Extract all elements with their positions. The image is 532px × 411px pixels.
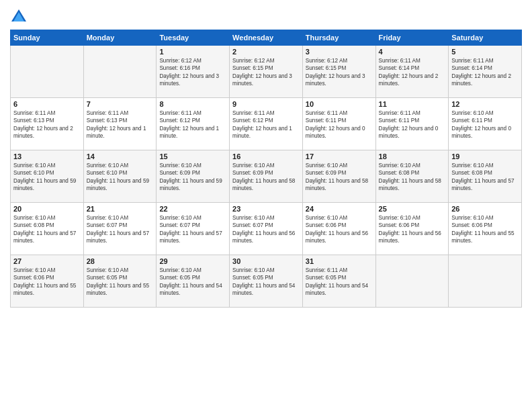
calendar-cell: 28Sunrise: 6:10 AMSunset: 6:05 PMDayligh…	[83, 255, 157, 308]
week-row-1: 1Sunrise: 6:12 AMSunset: 6:16 PMDaylight…	[11, 46, 522, 98]
day-number: 23	[232, 205, 300, 213]
calendar-cell: 20Sunrise: 6:10 AMSunset: 6:08 PMDayligh…	[11, 203, 84, 255]
header-wednesday: Wednesday	[230, 30, 303, 46]
calendar-cell: 9Sunrise: 6:11 AMSunset: 6:12 PMDaylight…	[230, 98, 303, 150]
calendar-cell: 27Sunrise: 6:10 AMSunset: 6:06 PMDayligh…	[11, 255, 84, 308]
day-info: Sunrise: 6:10 AMSunset: 6:09 PMDaylight:…	[159, 162, 226, 193]
calendar-cell: 21Sunrise: 6:10 AMSunset: 6:07 PMDayligh…	[83, 203, 157, 255]
day-number: 7	[87, 100, 154, 108]
calendar-cell	[11, 46, 84, 98]
calendar-cell: 5Sunrise: 6:11 AMSunset: 6:14 PMDaylight…	[449, 46, 522, 98]
day-info: Sunrise: 6:10 AMSunset: 6:06 PMDaylight:…	[13, 267, 81, 298]
calendar-cell	[449, 255, 522, 308]
day-info: Sunrise: 6:12 AMSunset: 6:15 PMDaylight:…	[306, 57, 373, 88]
day-number: 1	[159, 48, 226, 56]
day-number: 2	[232, 48, 300, 56]
day-info: Sunrise: 6:11 AMSunset: 6:12 PMDaylight:…	[159, 109, 226, 140]
header-tuesday: Tuesday	[157, 30, 230, 46]
day-number: 5	[451, 48, 519, 56]
day-info: Sunrise: 6:11 AMSunset: 6:12 PMDaylight:…	[232, 109, 300, 140]
calendar-cell: 31Sunrise: 6:11 AMSunset: 6:05 PMDayligh…	[302, 255, 375, 308]
header-monday: Monday	[83, 30, 157, 46]
calendar-cell: 10Sunrise: 6:11 AMSunset: 6:11 PMDayligh…	[302, 98, 375, 150]
day-number: 26	[451, 205, 519, 213]
day-number: 25	[379, 205, 446, 213]
day-info: Sunrise: 6:10 AMSunset: 6:11 PMDaylight:…	[451, 109, 519, 140]
day-number: 13	[13, 152, 81, 161]
day-info: Sunrise: 6:10 AMSunset: 6:07 PMDaylight:…	[232, 214, 300, 245]
calendar-cell: 17Sunrise: 6:10 AMSunset: 6:09 PMDayligh…	[302, 150, 375, 203]
day-number: 24	[306, 205, 373, 213]
day-info: Sunrise: 6:10 AMSunset: 6:05 PMDaylight:…	[232, 267, 300, 298]
day-number: 19	[451, 152, 519, 161]
week-row-2: 6Sunrise: 6:11 AMSunset: 6:13 PMDaylight…	[11, 98, 522, 150]
day-info: Sunrise: 6:11 AMSunset: 6:14 PMDaylight:…	[379, 57, 446, 88]
day-info: Sunrise: 6:10 AMSunset: 6:08 PMDaylight:…	[13, 214, 81, 245]
day-number: 9	[232, 100, 300, 108]
calendar-cell: 12Sunrise: 6:10 AMSunset: 6:11 PMDayligh…	[449, 98, 522, 150]
day-info: Sunrise: 6:10 AMSunset: 6:09 PMDaylight:…	[232, 162, 300, 193]
day-info: Sunrise: 6:11 AMSunset: 6:05 PMDaylight:…	[306, 267, 373, 298]
calendar-cell: 1Sunrise: 6:12 AMSunset: 6:16 PMDaylight…	[157, 46, 230, 98]
day-number: 4	[379, 48, 446, 56]
week-row-4: 20Sunrise: 6:10 AMSunset: 6:08 PMDayligh…	[11, 203, 522, 255]
day-number: 8	[159, 100, 226, 108]
logo	[10, 9, 29, 24]
day-info: Sunrise: 6:12 AMSunset: 6:15 PMDaylight:…	[232, 57, 300, 88]
calendar-cell	[375, 255, 449, 308]
day-info: Sunrise: 6:10 AMSunset: 6:09 PMDaylight:…	[306, 162, 373, 193]
day-info: Sunrise: 6:11 AMSunset: 6:11 PMDaylight:…	[306, 109, 373, 140]
calendar-cell: 14Sunrise: 6:10 AMSunset: 6:10 PMDayligh…	[83, 150, 157, 203]
calendar-cell: 25Sunrise: 6:10 AMSunset: 6:06 PMDayligh…	[375, 203, 449, 255]
day-info: Sunrise: 6:10 AMSunset: 6:06 PMDaylight:…	[379, 214, 446, 245]
calendar-cell: 18Sunrise: 6:10 AMSunset: 6:08 PMDayligh…	[375, 150, 449, 203]
day-number: 30	[232, 257, 300, 265]
day-number: 31	[306, 257, 373, 265]
page: SundayMondayTuesdayWednesdayThursdayFrid…	[0, 0, 532, 411]
calendar-cell: 2Sunrise: 6:12 AMSunset: 6:15 PMDaylight…	[230, 46, 303, 98]
day-info: Sunrise: 6:10 AMSunset: 6:08 PMDaylight:…	[451, 162, 519, 193]
calendar-cell: 3Sunrise: 6:12 AMSunset: 6:15 PMDaylight…	[302, 46, 375, 98]
week-row-3: 13Sunrise: 6:10 AMSunset: 6:10 PMDayligh…	[11, 150, 522, 203]
day-info: Sunrise: 6:12 AMSunset: 6:16 PMDaylight:…	[159, 57, 226, 88]
day-info: Sunrise: 6:10 AMSunset: 6:10 PMDaylight:…	[13, 162, 81, 193]
day-info: Sunrise: 6:11 AMSunset: 6:13 PMDaylight:…	[13, 109, 81, 140]
calendar-header-row: SundayMondayTuesdayWednesdayThursdayFrid…	[11, 30, 522, 46]
day-number: 3	[306, 48, 373, 56]
header-thursday: Thursday	[302, 30, 375, 46]
calendar-cell: 24Sunrise: 6:10 AMSunset: 6:06 PMDayligh…	[302, 203, 375, 255]
day-number: 10	[306, 100, 373, 108]
calendar-cell: 23Sunrise: 6:10 AMSunset: 6:07 PMDayligh…	[230, 203, 303, 255]
calendar-cell: 6Sunrise: 6:11 AMSunset: 6:13 PMDaylight…	[11, 98, 84, 150]
day-number: 17	[306, 152, 373, 161]
calendar-cell: 22Sunrise: 6:10 AMSunset: 6:07 PMDayligh…	[157, 203, 230, 255]
day-number: 28	[87, 257, 154, 265]
calendar-cell: 13Sunrise: 6:10 AMSunset: 6:10 PMDayligh…	[11, 150, 84, 203]
calendar-cell: 15Sunrise: 6:10 AMSunset: 6:09 PMDayligh…	[157, 150, 230, 203]
day-info: Sunrise: 6:11 AMSunset: 6:11 PMDaylight:…	[379, 109, 446, 140]
day-info: Sunrise: 6:10 AMSunset: 6:05 PMDaylight:…	[159, 267, 226, 298]
calendar-cell: 16Sunrise: 6:10 AMSunset: 6:09 PMDayligh…	[230, 150, 303, 203]
calendar-cell: 26Sunrise: 6:10 AMSunset: 6:06 PMDayligh…	[449, 203, 522, 255]
calendar-cell: 29Sunrise: 6:10 AMSunset: 6:05 PMDayligh…	[157, 255, 230, 308]
day-number: 29	[159, 257, 226, 265]
calendar-cell	[83, 46, 157, 98]
calendar-cell: 19Sunrise: 6:10 AMSunset: 6:08 PMDayligh…	[449, 150, 522, 203]
calendar-cell: 11Sunrise: 6:11 AMSunset: 6:11 PMDayligh…	[375, 98, 449, 150]
day-number: 27	[13, 257, 81, 265]
header	[10, 7, 522, 24]
day-info: Sunrise: 6:10 AMSunset: 6:07 PMDaylight:…	[159, 214, 226, 245]
day-info: Sunrise: 6:10 AMSunset: 6:10 PMDaylight:…	[87, 162, 154, 193]
header-friday: Friday	[375, 30, 449, 46]
day-number: 6	[13, 100, 81, 108]
day-number: 20	[13, 205, 81, 213]
day-number: 22	[159, 205, 226, 213]
header-sunday: Sunday	[11, 30, 84, 46]
day-info: Sunrise: 6:10 AMSunset: 6:05 PMDaylight:…	[87, 267, 154, 298]
day-info: Sunrise: 6:11 AMSunset: 6:13 PMDaylight:…	[87, 109, 154, 140]
calendar-table: SundayMondayTuesdayWednesdayThursdayFrid…	[10, 30, 522, 308]
day-number: 21	[87, 205, 154, 213]
calendar-cell: 30Sunrise: 6:10 AMSunset: 6:05 PMDayligh…	[230, 255, 303, 308]
header-saturday: Saturday	[449, 30, 522, 46]
day-number: 15	[159, 152, 226, 161]
